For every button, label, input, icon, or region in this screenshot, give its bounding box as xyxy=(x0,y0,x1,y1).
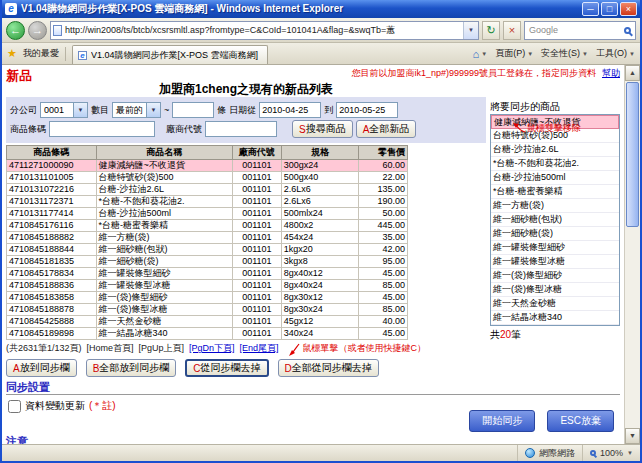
action-button-b[interactable]: B全部放到同步欄 xyxy=(86,359,177,377)
sync-list-item[interactable]: *台糖-糖蜜養樂精 xyxy=(491,185,619,199)
table-cell: 35.00 xyxy=(359,232,408,244)
action-button-a[interactable]: A放到同步欄 xyxy=(6,359,77,377)
back-button[interactable]: ← xyxy=(6,21,25,40)
branch-value: 0001 xyxy=(41,105,73,115)
scrollbar-track[interactable] xyxy=(625,228,640,428)
minimize-button[interactable]: ─ xyxy=(582,2,599,16)
action-button-c[interactable]: C從同步欄去掉 xyxy=(185,359,268,377)
login-info: 您目前以加盟商ik1_np#)999999號員工登錄在，指定同步資料 幫助 xyxy=(351,67,620,80)
vendor-input[interactable] xyxy=(205,121,277,137)
button-label: 從同步欄去掉 xyxy=(201,361,261,375)
product-table: 商品條碼 商品名稱 廠商代號 規格 零售價 4711271000090健康減納鹽… xyxy=(6,145,408,340)
safety-menu[interactable]: 安全性(S)▼ xyxy=(541,47,588,60)
table-row[interactable]: 4710845188836維一罐裝條型冰糖0011018gx40x2485.00 xyxy=(7,280,408,292)
forward-button[interactable]: → xyxy=(28,21,47,40)
table-row[interactable]: 4710845176116*台糖-糖蜜養樂精0011014800x2445.00 xyxy=(7,220,408,232)
table-row[interactable]: 4710845178834維一罐裝條型細砂0011018gx40x1245.00 xyxy=(7,268,408,280)
sync-list-item[interactable]: 維一罐裝條型細砂 xyxy=(491,241,619,255)
table-row[interactable]: 4710131101005台糖特號砂(袋)500001101500gx4022.… xyxy=(7,172,408,184)
search-products-button[interactable]: S搜尋商品 xyxy=(292,120,353,138)
table-cell: 2.6Lx6 xyxy=(281,184,358,196)
close-button[interactable]: × xyxy=(620,2,637,16)
table-row[interactable]: 4711271000090健康減納鹽~不收退貨001101300gx2460.0… xyxy=(7,160,408,172)
home-button[interactable]: ⌂▼ xyxy=(473,48,488,60)
browser-window: e V1.04購物網同步作業[X-POS 雲端商務網] - Windows In… xyxy=(0,0,642,463)
table-cell: 1kgx20 xyxy=(281,244,358,256)
data-update-checkbox[interactable] xyxy=(8,400,21,413)
table-row[interactable]: 4710845181835維一細砂糖(袋)0011013kgx895.00 xyxy=(7,256,408,268)
table-row[interactable]: 4710845188878維一(袋)條型冰糖0011018gx30x2485.0… xyxy=(7,304,408,316)
data-update-option[interactable]: 資料變動更新 (＊註) xyxy=(8,399,116,413)
barcode-input[interactable] xyxy=(49,121,155,137)
sync-list: 健康減納鹽~不收退貨台糖特號砂(袋)500台糖-沙拉油2.6L*台糖-不飽和葵花… xyxy=(490,114,620,326)
all-new-products-button[interactable]: A全部新品 xyxy=(356,120,417,138)
address-dropdown-icon[interactable]: ▼ xyxy=(463,22,478,39)
count-label: 數目 xyxy=(91,104,109,117)
scroll-down-icon[interactable]: ▼ xyxy=(625,428,640,444)
search-box[interactable]: Google xyxy=(524,21,636,40)
table-row[interactable]: 4710845183858維一(袋)條型細砂0011018gx30x1245.0… xyxy=(7,292,408,304)
sync-list-item[interactable]: 台糖-沙拉油500ml xyxy=(491,171,619,185)
address-input[interactable] xyxy=(65,25,463,35)
tab-title: V1.04購物網同步作業[X-POS 雲端商務網] xyxy=(91,49,258,62)
sync-list-item[interactable]: 維一細砂糖(包狀) xyxy=(491,213,619,227)
ie-logo-icon: e xyxy=(5,3,17,15)
table-row[interactable]: 4710845188844維一細砂糖(包狀)0011011kgx2042.00 xyxy=(7,244,408,256)
search-icon[interactable] xyxy=(624,27,631,34)
pgup-page-link[interactable]: [PgUp上頁] xyxy=(139,342,185,355)
table-row[interactable]: 4710845188882維一方糖(袋)001101454x2435.00 xyxy=(7,232,408,244)
branch-select[interactable]: 0001 ▼ xyxy=(40,102,88,118)
sync-list-item[interactable]: 台糖-沙拉油2.6L xyxy=(491,143,619,157)
count-input[interactable] xyxy=(172,102,214,118)
count-prefix: 共 xyxy=(490,329,500,340)
page-tab[interactable]: e V1.04購物網同步作業[X-POS 雲端商務網] xyxy=(72,45,268,64)
maximize-button[interactable]: □ xyxy=(601,2,618,16)
column-header-barcode: 商品條碼 xyxy=(7,146,97,160)
help-link[interactable]: 幫助 xyxy=(602,67,620,80)
scrollbar-thumb[interactable] xyxy=(626,82,639,227)
table-cell: 340x24 xyxy=(281,328,358,340)
end-page-link[interactable]: [End尾頁] xyxy=(240,342,279,355)
table-cell: 445.00 xyxy=(359,220,408,232)
refresh-button[interactable]: ↻ xyxy=(482,21,500,40)
sync-list-item[interactable]: 維一方糖(袋) xyxy=(491,199,619,213)
table-cell: 4710845189898 xyxy=(7,328,97,340)
sync-list-item[interactable]: 維一天然金砂糖 xyxy=(491,297,619,311)
table-cell: 85.00 xyxy=(359,280,408,292)
count-value: 20 xyxy=(500,329,511,340)
start-sync-button[interactable]: 開始同步 xyxy=(469,410,535,432)
esc-cancel-button[interactable]: ESC放棄 xyxy=(547,410,614,432)
count-unit-label: 條 xyxy=(217,104,226,117)
notes-section: 注意 同步的商品分公司設定，被同步方可以選擇，同步方的要以相應分公司身份登錄即可… xyxy=(6,434,620,444)
favorites-star-icon[interactable]: ★ xyxy=(7,47,17,60)
table-row[interactable]: 4710131177414台糖-沙拉油500ml001101500mlx2450… xyxy=(7,208,408,220)
table-row[interactable]: 4710131072216台糖-沙拉油2.6L0011012.6Lx6135.0… xyxy=(7,184,408,196)
date-to-input[interactable] xyxy=(336,102,398,118)
sync-list-item[interactable]: 維一結晶冰糖340 xyxy=(491,311,619,325)
pgdn-page-link[interactable]: [PgDn下頁] xyxy=(189,342,235,355)
table-cell: 45.00 xyxy=(359,268,408,280)
separator xyxy=(65,47,66,61)
count-mode-select[interactable]: 最前的 ▼ xyxy=(112,102,161,118)
favorites-label[interactable]: 我的最愛 xyxy=(23,47,59,60)
vertical-scrollbar[interactable]: ▲ ▼ xyxy=(624,65,640,444)
sync-list-item[interactable]: *台糖-不飽和葵花油2. xyxy=(491,157,619,171)
zoom-control[interactable]: 100% ▼ xyxy=(583,445,640,461)
sync-list-item[interactable]: 維一(袋)條型細砂 xyxy=(491,269,619,283)
action-button-d[interactable]: D全部從同步欄去掉 xyxy=(278,359,379,377)
scroll-up-icon[interactable]: ▲ xyxy=(625,65,640,81)
sync-settings-section: 同步設置 資料變動更新 (＊註) 開始同步 ESC放棄 xyxy=(6,380,620,432)
home-page-link[interactable]: [Home首頁] xyxy=(87,342,134,355)
stop-button[interactable]: × xyxy=(503,21,521,40)
zone-label: 網際網路 xyxy=(539,447,575,460)
sync-list-item[interactable]: 維一(袋)條型冰糖 xyxy=(491,283,619,297)
sync-list-item[interactable]: 維一罐裝條型冰糖 xyxy=(491,255,619,269)
tools-menu[interactable]: 工具(O)▼ xyxy=(596,47,635,60)
table-row[interactable]: 4710845425888維一天然金砂糖00110145gx1240.00 xyxy=(7,316,408,328)
sync-list-item[interactable]: 維一細砂糖(袋) xyxy=(491,227,619,241)
date-from-input[interactable] xyxy=(259,102,321,118)
page-menu[interactable]: 頁面(P)▼ xyxy=(495,47,533,60)
table-cell: 300gx24 xyxy=(281,160,358,172)
table-row[interactable]: 4710131172371*台糖-不飽和葵花油2.0011012.6Lx6190… xyxy=(7,196,408,208)
table-row[interactable]: 4710845189898維一結晶冰糖340001101340x2445.00 xyxy=(7,328,408,340)
